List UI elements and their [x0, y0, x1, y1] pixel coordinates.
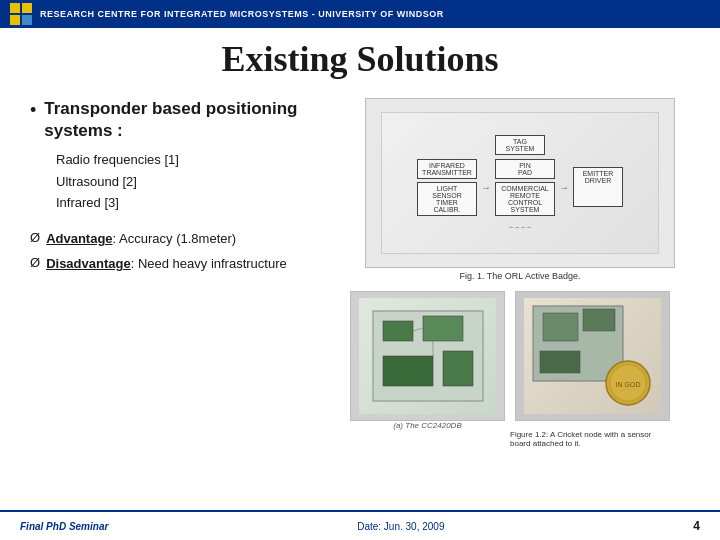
- top-image-wrapper: TAG SYSTEM INFRAREDTRANSMITTER LIGHT SEN…: [350, 98, 690, 281]
- page-number: 4: [693, 519, 700, 533]
- footer-seminar-label: Final PhD Seminar: [20, 521, 108, 532]
- cricket-image-wrapper: IN GOD: [515, 291, 670, 430]
- cricket-caption: Figure 1.2: A Cricket node with a sensor…: [510, 430, 665, 448]
- cc2420-image: [350, 291, 505, 421]
- university-logo-icon: [10, 3, 32, 25]
- bullet-main-text: Transponder based positioning systems :: [44, 98, 340, 142]
- slide-footer: Final PhD Seminar Date: Jun. 30, 2009 4: [0, 510, 720, 540]
- advantage-label: Advantage: [46, 231, 112, 246]
- advantage-text: Advantage: Accuracy (1.8meter): [46, 229, 236, 249]
- top-image-caption: Fig. 1. The ORL Active Badge.: [459, 271, 580, 281]
- circuit-diagram: [359, 298, 497, 413]
- left-column: • Transponder based positioning systems …: [30, 98, 340, 502]
- header-bar: RESEARCH CENTRE FOR INTEGRATED MICROSYST…: [0, 0, 720, 28]
- advantage-section: Ø Advantage: Accuracy (1.8meter) Ø Disad…: [30, 229, 340, 274]
- advantage-row: Ø Advantage: Accuracy (1.8meter): [30, 229, 340, 249]
- disadvantage-row: Ø Disadvantage: Need heavy infrastructur…: [30, 254, 340, 274]
- disadvantage-label: Disadvantage: [46, 256, 131, 271]
- arrow-icon-2: Ø: [30, 255, 40, 270]
- sub-bullet-1: Radio frequencies [1]: [56, 150, 340, 170]
- svg-rect-8: [443, 351, 473, 386]
- disadvantage-text: Disadvantage: Need heavy infrastructure: [46, 254, 287, 274]
- cricket-image: IN GOD: [515, 291, 670, 421]
- svg-text:IN GOD: IN GOD: [615, 381, 640, 388]
- svg-rect-3: [22, 15, 32, 25]
- svg-rect-5: [383, 321, 413, 341]
- cc2420-label: (a) The CC2420DB: [393, 421, 461, 430]
- orl-badge-image: TAG SYSTEM INFRAREDTRANSMITTER LIGHT SEN…: [365, 98, 675, 268]
- sub-bullet-2: Ultrasound [2]: [56, 172, 340, 192]
- svg-rect-14: [540, 351, 580, 373]
- bullet-section-1: • Transponder based positioning systems …: [30, 98, 340, 213]
- svg-rect-7: [383, 356, 433, 386]
- slide-content: Existing Solutions • Transponder based p…: [0, 28, 720, 502]
- svg-rect-13: [583, 309, 615, 331]
- svg-rect-6: [423, 316, 463, 341]
- cc2420-image-wrapper: (a) The CC2420DB: [350, 291, 505, 430]
- bullet-main-row: • Transponder based positioning systems …: [30, 98, 340, 142]
- page-title: Existing Solutions: [30, 38, 690, 80]
- bullet-icon: •: [30, 99, 36, 122]
- svg-rect-0: [10, 3, 20, 13]
- right-column: TAG SYSTEM INFRAREDTRANSMITTER LIGHT SEN…: [350, 98, 690, 502]
- footer-date: Date: Jun. 30, 2009: [357, 521, 444, 532]
- svg-rect-1: [22, 3, 32, 13]
- svg-rect-12: [543, 313, 578, 341]
- arrow-icon-1: Ø: [30, 230, 40, 245]
- sub-bullets: Radio frequencies [1] Ultrasound [2] Inf…: [30, 150, 340, 213]
- badge-diagram: TAG SYSTEM INFRAREDTRANSMITTER LIGHT SEN…: [381, 112, 658, 255]
- body-area: • Transponder based positioning systems …: [30, 98, 690, 502]
- sub-bullet-3: Infrared [3]: [56, 193, 340, 213]
- header-title: RESEARCH CENTRE FOR INTEGRATED MICROSYST…: [40, 9, 444, 19]
- svg-rect-2: [10, 15, 20, 25]
- bottom-images-row: (a) The CC2420DB: [350, 291, 690, 430]
- cricket-diagram: IN GOD: [524, 298, 662, 413]
